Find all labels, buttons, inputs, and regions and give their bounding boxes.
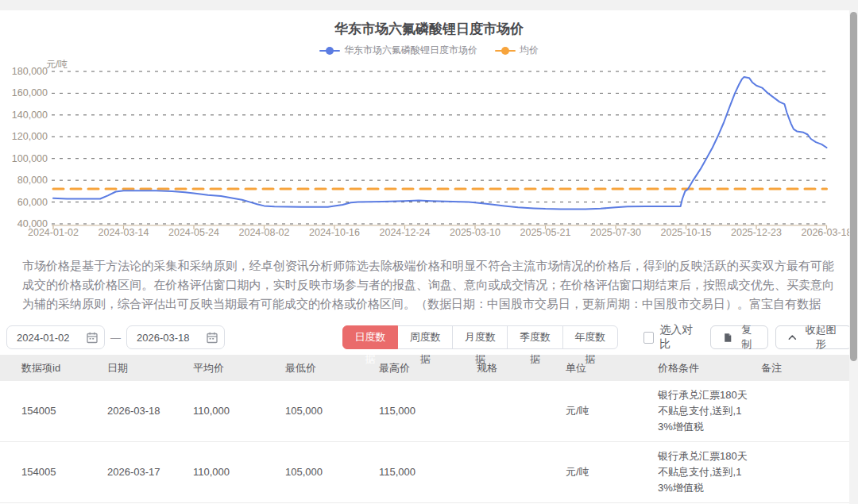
chart-section: 华东市场六氟磷酸锂日度市场价 华东市场六氟磷酸锂日度市场价均价 元/吨 40,0… [0, 20, 858, 244]
table-cell-avg: 110,000 [193, 464, 285, 480]
table-header-cell: 单位 [566, 360, 658, 376]
y-tick-label: 160,000 [12, 87, 48, 98]
y-tick-label: 100,000 [12, 153, 48, 164]
y-tick-label: 140,000 [12, 110, 48, 121]
table-header-cell: 数据项id [21, 360, 107, 376]
period-tab-group: 日度数据周度数据月度数据季度数据年度数据 [342, 325, 618, 349]
x-tick-label: 2024-01-02 [28, 227, 79, 238]
x-tick-label: 2026-03-18 [802, 227, 852, 238]
chevron-up-icon [788, 334, 797, 340]
table-cell-date: 2026-03-18 [107, 403, 193, 419]
table-cell-unit: 元/吨 [566, 403, 658, 419]
chart-legend: 华东市场六氟磷酸锂日度市场价均价 [0, 44, 858, 57]
table-cell-date: 2026-03-17 [107, 464, 193, 480]
legend-label: 华东市场六氟磷酸锂日度市场价 [344, 44, 477, 57]
table-header-cell: 价格条件 [658, 360, 761, 376]
collapse-chart-button[interactable]: 收起图形 [775, 325, 852, 349]
start-date-picker[interactable] [6, 325, 105, 349]
x-tick-label: 2025-05-21 [520, 227, 571, 238]
page-scrollbar-thumb[interactable] [850, 12, 857, 361]
table-body: 1540052026-03-18110,000105,000115,000元/吨… [0, 381, 849, 504]
x-tick-label: 2024-05-24 [168, 227, 219, 238]
table-cell-condition: 银行承兑汇票180天不贴息支付,送到,13%增值税 [658, 387, 761, 435]
price-data-table: 数据项id日期平均价最低价最高价规格单位价格条件备注 1540052026-03… [0, 355, 849, 504]
period-tab[interactable]: 周度数据 [397, 325, 453, 349]
table-cell-avg: 110,000 [193, 403, 285, 419]
legend-item[interactable]: 均价 [495, 44, 539, 57]
page-top-strip [0, 0, 858, 10]
copy-button[interactable]: 复制 [710, 325, 768, 349]
price-chart[interactable]: 40,00060,00080,000100,000120,000140,0001… [0, 62, 858, 246]
compare-label: 选入对比 [659, 323, 699, 352]
table-cell-min: 105,000 [285, 464, 379, 480]
table-cell-max: 115,000 [379, 464, 477, 480]
table-header-cell: 最高价 [379, 360, 477, 376]
y-tick-label: 80,000 [17, 175, 48, 186]
table-row[interactable]: 1540052026-03-17110,000105,000115,000元/吨… [0, 442, 849, 503]
x-tick-label: 2025-07-30 [590, 227, 641, 238]
copy-icon [723, 332, 732, 344]
table-header-cell: 日期 [107, 360, 193, 376]
legend-marker-icon [319, 47, 340, 55]
calendar-icon [207, 332, 218, 344]
legend-marker-icon [495, 47, 516, 55]
table-cell-condition: 银行承兑汇票180天不贴息支付,送到,13%增值税 [658, 448, 761, 496]
period-tab[interactable]: 季度数据 [507, 325, 562, 349]
legend-item[interactable]: 华东市场六氟磷酸锂日度市场价 [319, 44, 477, 57]
table-row[interactable]: 1540052026-03-18110,000105,000115,000元/吨… [0, 381, 849, 442]
x-tick-label: 2024-12-24 [380, 227, 431, 238]
controls-bar: — 日度数据周度数据月度数据季度数据年度数据 选入对比 复制 收起图形 [0, 325, 858, 349]
chart-title: 华东市场六氟磷酸锂日度市场价 [0, 20, 858, 38]
date-range-separator: — [110, 332, 121, 344]
copy-label: 复制 [737, 323, 756, 352]
y-tick-label: 60,000 [17, 197, 48, 208]
table-header-cell: 平均价 [193, 360, 285, 376]
x-tick-label: 2025-10-15 [661, 227, 712, 238]
end-date-picker[interactable] [126, 325, 225, 349]
table-cell-id: 154005 [21, 403, 107, 419]
table-cell-id: 154005 [21, 464, 107, 480]
y-tick-label: 180,000 [12, 66, 48, 77]
table-cell-min: 105,000 [285, 403, 379, 419]
period-tab[interactable]: 年度数据 [562, 325, 618, 349]
period-tab[interactable]: 日度数据 [342, 325, 398, 349]
legend-label: 均价 [520, 44, 539, 57]
x-tick-label: 2025-12-23 [731, 227, 782, 238]
calendar-icon [87, 332, 98, 344]
x-tick-label: 2025-03-10 [450, 227, 500, 238]
table-cell-unit: 元/吨 [566, 464, 658, 480]
table-cell-max: 115,000 [379, 403, 477, 419]
x-tick-label: 2024-03-14 [99, 227, 149, 238]
period-tab[interactable]: 月度数据 [452, 325, 508, 349]
table-header-cell: 规格 [477, 360, 566, 376]
collapse-label: 收起图形 [802, 323, 839, 352]
compare-checkbox[interactable] [644, 332, 655, 344]
table-header-cell: 备注 [761, 360, 841, 376]
y-tick-label: 120,000 [12, 131, 48, 142]
compare-toggle[interactable]: 选入对比 [644, 323, 699, 352]
methodology-description: 市场价格是基于方法论的采集和采纳原则，经卓创资讯分析师筛选去除极端价格和明显不符… [22, 256, 834, 314]
page-scrollbar-track [849, 10, 858, 504]
x-tick-label: 2024-10-16 [309, 227, 360, 238]
x-tick-label: 2024-08-02 [239, 227, 290, 238]
